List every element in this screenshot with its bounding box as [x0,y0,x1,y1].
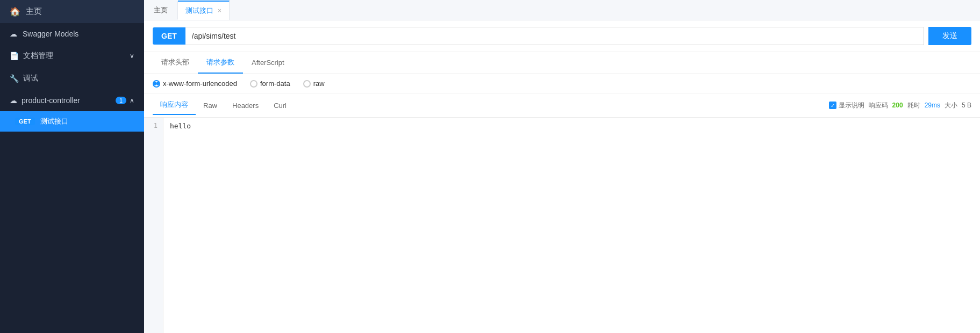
radio-circle-urlencoded [153,80,160,88]
doc-icon: 📄 [10,52,19,60]
tab-close-icon[interactable]: × [218,7,221,15]
time-label: 耗时 [907,101,920,110]
response-content-area: 1 hello [144,118,980,333]
tab-response-headers[interactable]: Headers [225,97,266,114]
response-text: hello [170,122,191,130]
line-numbers: 1 [144,118,163,333]
sidebar-api-item[interactable]: GET 测试接口 [0,111,144,132]
tab-response-raw[interactable]: Raw [196,97,225,114]
sidebar: 🏠 主页 ☁ Swagger Models 📄 文档管理 ∨ 🔧 调试 ☁ pr… [0,0,144,333]
tab-response-content[interactable]: 响应内容 [153,96,196,115]
line-number-1: 1 [149,122,158,129]
tab-request-headers[interactable]: 请求头部 [153,52,198,74]
sidebar-doc-label: 文档管理 [23,51,53,61]
show-desc-checkbox[interactable]: ✓ 显示说明 [829,101,864,110]
tab-bar: 主页 测试接口 × [144,0,980,20]
sidebar-home-label: 主页 [26,6,42,17]
request-tabs: 请求头部 请求参数 AfterScript [144,52,980,74]
radio-raw[interactable]: raw [303,79,325,88]
method-button[interactable]: GET [153,27,185,45]
status-code-value: 200 [892,102,903,109]
chevron-up-icon: ∧ [130,97,134,104]
chevron-down-icon: ∨ [130,52,134,60]
radio-circle-raw [303,80,311,88]
sidebar-controller-label: product-controller [22,96,80,105]
status-code-label: 响应码 [869,101,888,110]
url-input[interactable] [185,27,924,45]
sidebar-item-debug[interactable]: 🔧 调试 [0,67,144,90]
response-meta: ✓ 显示说明 响应码 200 耗时 29ms 大小 5 B [829,101,971,110]
size-label: 大小 [945,101,957,110]
tab-response-curl[interactable]: Curl [266,97,294,114]
controller-badge: 1 [116,97,126,104]
sidebar-debug-label: 调试 [23,74,38,83]
tab-active[interactable]: 测试接口 × [178,1,230,20]
checkbox-icon: ✓ [829,102,836,109]
sidebar-item-swagger[interactable]: ☁ Swagger Models [0,23,144,45]
response-tabs-row: 响应内容 Raw Headers Curl ✓ 显示说明 响应码 200 耗时 … [144,93,980,118]
radio-group: x-www-form-urlencoded form-data raw [144,74,980,93]
tab-afterscript[interactable]: AfterScript [243,53,293,73]
sidebar-item-home[interactable]: 🏠 主页 [0,0,144,23]
sidebar-item-controller[interactable]: ☁ product-controller 1 ∧ [0,90,144,111]
radio-circle-formdata [250,80,257,88]
debug-icon: 🔧 [10,74,19,83]
response-body: hello [163,118,980,333]
home-icon: 🏠 [10,6,20,17]
main-content: 主页 测试接口 × GET 发送 请求头部 请求参数 AfterScript x… [144,0,980,333]
size-value: 5 B [962,102,971,109]
tab-request-params[interactable]: 请求参数 [198,52,243,74]
swagger-icon: ☁ [10,30,17,38]
sidebar-item-doc-management[interactable]: 📄 文档管理 ∨ [0,45,144,67]
controller-icon: ☁ [10,96,17,105]
radio-urlencoded[interactable]: x-www-form-urlencoded [153,79,237,88]
time-value: 29ms [925,102,940,109]
request-bar: GET 发送 [144,20,980,52]
sidebar-swagger-label: Swagger Models [23,30,78,38]
radio-formdata[interactable]: form-data [250,79,290,88]
tab-main[interactable]: 主页 [144,1,178,19]
sidebar-api-name: 测试接口 [40,117,68,126]
method-badge: GET [15,118,35,125]
send-button[interactable]: 发送 [928,27,971,45]
